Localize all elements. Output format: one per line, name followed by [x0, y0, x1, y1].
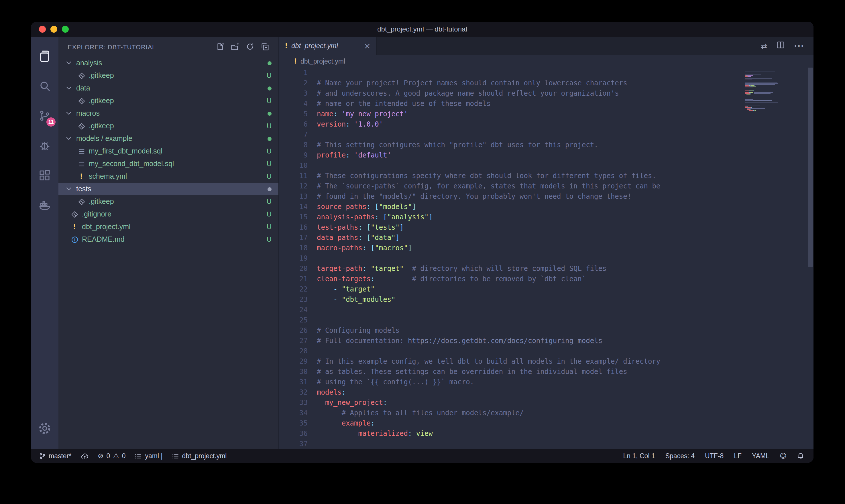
git-file-icon: [77, 197, 86, 206]
line-number: 13: [279, 191, 317, 202]
yaml-file-icon: !: [70, 222, 79, 231]
cursor-position[interactable]: Ln 1, Col 1: [623, 452, 655, 459]
git-branch-indicator[interactable]: master*: [39, 452, 71, 460]
editor-scrollbar[interactable]: [808, 68, 813, 267]
tab-bar: ! dbt_project.yml × ⇄ ···: [279, 37, 813, 55]
tree-folder-data[interactable]: data: [58, 82, 278, 94]
debug-icon[interactable]: [31, 130, 58, 160]
close-window-button[interactable]: [39, 26, 46, 33]
line-number: 24: [279, 305, 317, 315]
chevron-down-icon: [64, 58, 73, 68]
tree-folder-macros[interactable]: macros: [58, 107, 278, 120]
more-actions-icon[interactable]: ···: [794, 41, 804, 50]
git-untracked-badge: U: [267, 122, 272, 130]
code-line: 5name: 'my_new_project': [279, 109, 813, 119]
git-untracked-badge: U: [267, 97, 272, 105]
code-line: 18macro-paths: ["macros"]: [279, 243, 813, 253]
item-label: README.md: [82, 235, 125, 244]
code-line: 14source-paths: ["models"]: [279, 202, 813, 212]
cloud-upload-icon: [80, 452, 89, 460]
minimap[interactable]: [745, 70, 804, 112]
settings-gear-icon[interactable]: [31, 414, 58, 443]
tree-file-schema-yml[interactable]: !schema.ymlU: [58, 170, 278, 183]
tree-file-gitkeep[interactable]: .gitkeepU: [58, 94, 278, 107]
line-number: 29: [279, 356, 317, 366]
new-file-button[interactable]: [216, 42, 224, 51]
code-line: 23 - "dbt_modules": [279, 294, 813, 305]
close-tab-icon[interactable]: ×: [364, 41, 371, 50]
search-icon[interactable]: [31, 71, 58, 101]
zoom-window-button[interactable]: [62, 26, 69, 33]
tree-file-gitignore[interactable]: .gitignoreU: [58, 208, 278, 220]
line-number: 3: [279, 88, 317, 98]
window-title: dbt_project.yml — dbt-tutorial: [377, 25, 467, 33]
notifications-bell-icon[interactable]: [797, 452, 804, 460]
tree-folder-analysis[interactable]: analysis: [58, 57, 278, 69]
line-number: 19: [279, 253, 317, 264]
tree-file-gitkeep[interactable]: .gitkeepU: [58, 195, 278, 208]
language-mode[interactable]: YAML: [752, 452, 769, 459]
publish-sync-button[interactable]: [80, 452, 89, 460]
tab-dbt-project-yml[interactable]: ! dbt_project.yml ×: [279, 37, 377, 55]
code-line: 33 my_new_project:: [279, 397, 813, 408]
extensions-icon[interactable]: [31, 160, 58, 190]
linter-status[interactable]: yaml |: [135, 452, 163, 460]
feedback-smiley-icon[interactable]: ☺: [780, 452, 787, 460]
tree-folder-tests[interactable]: tests: [58, 183, 278, 195]
problems-indicator[interactable]: ⊘ 0 ⚠ 0: [98, 452, 125, 460]
tree-file-my-second-dbt-model-sql[interactable]: my_second_dbt_model.sqlU: [58, 158, 278, 170]
code-line: 1: [279, 68, 813, 78]
line-number: 28: [279, 346, 317, 356]
line-number: 8: [279, 140, 317, 150]
minimize-window-button[interactable]: [50, 26, 57, 33]
tree-file-gitkeep[interactable]: .gitkeepU: [58, 120, 278, 132]
docker-icon[interactable]: [31, 190, 58, 220]
item-label: tests: [76, 185, 91, 193]
code-line: 31# using the `{{ config(...) }}` macro.: [279, 377, 813, 387]
git-file-icon: [77, 96, 86, 105]
indentation-setting[interactable]: Spaces: 4: [665, 452, 695, 459]
line-number: 4: [279, 98, 317, 109]
tree-file-gitkeep[interactable]: .gitkeepU: [58, 69, 278, 82]
item-label: my_second_dbt_model.sql: [89, 160, 174, 168]
new-folder-button[interactable]: [231, 42, 239, 51]
tree-folder-models-example[interactable]: models / example: [58, 132, 278, 145]
tree-file-readme-md[interactable]: README.mdU: [58, 233, 278, 246]
line-number: 22: [279, 284, 317, 294]
tree-file-dbt-project-yml[interactable]: !dbt_project.ymlU: [58, 220, 278, 233]
split-editor-icon[interactable]: [776, 40, 785, 51]
code-line: 26# Configuring models: [279, 325, 813, 336]
code-line: 3# and underscores. A good package name …: [279, 88, 813, 98]
code-editor[interactable]: 12# Name your project! Project names sho…: [279, 68, 813, 449]
open-changes-icon[interactable]: ⇄: [761, 41, 767, 50]
code-line: 15analysis-paths: ["analysis"]: [279, 212, 813, 222]
tree-file-my-first-dbt-model-sql[interactable]: my_first_dbt_model.sqlU: [58, 145, 278, 158]
code-line: 19: [279, 253, 813, 264]
code-line: 8# This setting configures which "profil…: [279, 140, 813, 150]
code-line: 25: [279, 315, 813, 325]
line-number: 18: [279, 243, 317, 253]
code-line: 7: [279, 129, 813, 140]
line-number: 11: [279, 171, 317, 181]
active-file-status[interactable]: dbt_project.yml: [172, 452, 227, 460]
breadcrumb[interactable]: ! dbt_project.yml: [279, 55, 813, 68]
collapse-folders-button[interactable]: [260, 42, 269, 51]
item-label: macros: [76, 109, 100, 118]
code-line: 9profile: 'default': [279, 150, 813, 160]
encoding-setting[interactable]: UTF-8: [705, 452, 723, 459]
item-label: .gitkeep: [89, 198, 114, 205]
explorer-icon[interactable]: [31, 41, 58, 71]
scm-badge: 11: [47, 118, 56, 127]
code-lines: 12# Name your project! Project names sho…: [279, 68, 813, 449]
chevron-down-icon: [64, 84, 73, 93]
line-number: 27: [279, 336, 317, 346]
line-number: 20: [279, 264, 317, 274]
line-number: 10: [279, 160, 317, 171]
code-line: 6version: '1.0.0': [279, 119, 813, 129]
editor-pane: ! dbt_project.yml × ⇄ ···: [278, 37, 813, 449]
eol-setting[interactable]: LF: [734, 452, 742, 459]
source-control-icon[interactable]: 11: [31, 101, 58, 130]
item-label: schema.yml: [89, 173, 127, 180]
refresh-button[interactable]: [246, 42, 254, 51]
line-number: 26: [279, 325, 317, 336]
